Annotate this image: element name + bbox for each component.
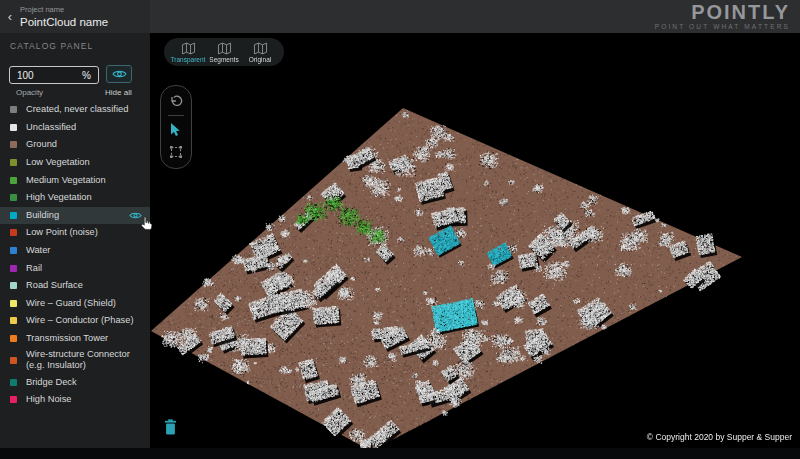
project-titles: Project name PointCloud name	[20, 5, 108, 28]
pointly-logo: POINTLY POINT OUT WHAT MATTERS	[655, 3, 790, 30]
project-label: Project name	[20, 5, 108, 14]
class-color-swatch	[10, 357, 17, 364]
trash-icon	[164, 419, 177, 435]
class-color-swatch	[10, 159, 17, 166]
class-row-unclassified[interactable]: Unclassified	[0, 119, 150, 137]
viewport-3d: TransparentSegmentsOriginal	[150, 33, 800, 448]
class-color-swatch	[10, 247, 17, 254]
map-icon	[181, 42, 196, 55]
class-label: Building	[26, 208, 59, 223]
tool-divider	[168, 115, 184, 116]
class-label: Water	[26, 243, 50, 258]
hide-all-label: Hide all	[105, 88, 132, 97]
class-color-swatch	[10, 396, 17, 403]
copyright-text: © Copyright 2020 by Supper & Supper	[647, 432, 792, 442]
catalog-panel-title: CATALOG PANEL	[10, 41, 93, 51]
class-row-bridge-deck[interactable]: Bridge Deck	[0, 373, 150, 391]
class-label: Ground	[26, 137, 57, 152]
class-color-swatch	[10, 141, 17, 148]
class-color-swatch	[10, 300, 17, 307]
class-row-created-never-classified[interactable]: Created, never classified	[0, 101, 150, 119]
eye-icon	[112, 69, 127, 79]
undo-button[interactable]	[169, 93, 184, 110]
class-row-low-point-noise[interactable]: Low Point (noise)	[0, 224, 150, 242]
class-label: Low Point (noise)	[26, 225, 98, 240]
class-label: Low Vegetation	[26, 155, 90, 170]
catalog-panel: CATALOG PANEL % Opacity Hide all Created…	[0, 33, 150, 448]
class-row-transmission-tower[interactable]: Transmission Tower	[0, 330, 150, 348]
class-label: Wire-structure Connector (e.g. Insulator…	[26, 347, 142, 373]
tool-palette	[160, 85, 192, 169]
class-row-wire-conductor-phase[interactable]: Wire – Conductor (Phase)	[0, 312, 150, 330]
map-icon	[253, 42, 268, 55]
class-row-high-vegetation[interactable]: High Vegetation	[0, 189, 150, 207]
back-chevron-icon[interactable]: ‹	[0, 0, 20, 33]
delete-selection-button[interactable]	[164, 419, 177, 435]
project-header: ‹ Project name PointCloud name	[0, 0, 150, 33]
opacity-unit: %	[82, 70, 98, 81]
tab-segments[interactable]: Segments	[207, 42, 241, 63]
class-label: Transmission Tower	[26, 331, 108, 346]
class-row-ground[interactable]: Ground	[0, 136, 150, 154]
pointcloud-canvas[interactable]	[150, 33, 800, 448]
class-row-high-noise[interactable]: High Noise	[0, 391, 150, 409]
view-mode-tabs: TransparentSegmentsOriginal	[164, 38, 284, 66]
class-color-swatch	[10, 177, 17, 184]
class-color-swatch	[10, 194, 17, 201]
tab-label: Segments	[209, 56, 238, 63]
class-row-rail[interactable]: Rail	[0, 259, 150, 277]
class-color-swatch	[10, 335, 17, 342]
mouse-hand-cursor	[139, 216, 154, 236]
class-label: Unclassified	[26, 120, 76, 135]
class-label: High Noise	[26, 392, 71, 407]
eye-icon	[112, 69, 127, 79]
class-label: Wire – Guard (Shield)	[26, 296, 116, 311]
tab-label: Original	[249, 56, 271, 63]
map-icon	[217, 42, 232, 55]
opacity-input[interactable]	[10, 70, 82, 81]
class-label: Wire – Conductor (Phase)	[26, 313, 133, 328]
bottom-strip	[0, 448, 800, 459]
opacity-label: Opacity	[16, 88, 43, 97]
class-row-building[interactable]: Building	[0, 207, 150, 225]
pointly-app: ‹ Project name PointCloud name POINTLY P…	[0, 0, 800, 459]
class-color-swatch	[10, 229, 17, 236]
class-row-wire-guard-shield[interactable]: Wire – Guard (Shield)	[0, 295, 150, 313]
hide-all-button[interactable]	[106, 65, 132, 83]
class-label: Road Surface	[26, 278, 83, 293]
class-label: Bridge Deck	[26, 375, 77, 390]
tab-transparent[interactable]: Transparent	[171, 42, 205, 63]
class-label: Created, never classified	[26, 102, 128, 117]
tab-label: Transparent	[171, 56, 206, 63]
class-color-swatch	[10, 379, 17, 386]
class-label: High Vegetation	[26, 190, 92, 205]
class-color-swatch	[10, 124, 17, 131]
top-bar: ‹ Project name PointCloud name POINTLY P…	[0, 0, 800, 33]
cursor-icon	[170, 123, 182, 137]
lasso-select-icon	[169, 145, 183, 159]
class-row-water[interactable]: Water	[0, 242, 150, 260]
class-label: Rail	[26, 261, 42, 276]
class-list: Created, never classifiedUnclassifiedGro…	[0, 101, 150, 409]
opacity-input-box: %	[9, 66, 99, 84]
class-row-road-surface[interactable]: Road Surface	[0, 277, 150, 295]
undo-icon	[169, 95, 184, 109]
class-color-swatch	[10, 317, 17, 324]
class-color-swatch	[10, 282, 17, 289]
class-color-swatch	[10, 212, 17, 219]
class-row-low-vegetation[interactable]: Low Vegetation	[0, 154, 150, 172]
class-label: Medium Vegetation	[26, 173, 106, 188]
class-row-medium-vegetation[interactable]: Medium Vegetation	[0, 171, 150, 189]
logo-tagline: POINT OUT WHAT MATTERS	[655, 23, 790, 30]
project-name: PointCloud name	[20, 16, 108, 28]
class-color-swatch	[10, 265, 17, 272]
tab-original[interactable]: Original	[243, 42, 277, 63]
class-color-swatch	[10, 106, 17, 113]
select-cursor-button[interactable]	[170, 121, 182, 138]
lasso-select-button[interactable]	[169, 143, 183, 160]
class-row-wire-structure-connector-e-g-insulator[interactable]: Wire-structure Connector (e.g. Insulator…	[0, 347, 150, 373]
logo-title: POINTLY	[655, 3, 790, 22]
